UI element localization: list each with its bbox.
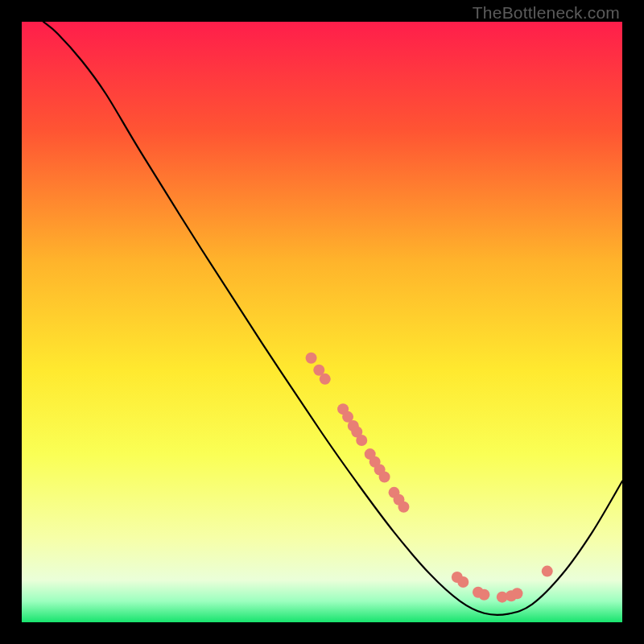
data-marker: [511, 588, 522, 599]
gradient-background: [22, 22, 622, 622]
watermark-text: TheBottleneck.com: [473, 3, 620, 23]
data-marker: [478, 589, 489, 601]
data-marker: [356, 435, 367, 446]
data-marker: [320, 374, 331, 385]
data-marker: [379, 471, 390, 482]
chart-frame: TheBottleneck.com: [0, 0, 644, 644]
data-marker: [398, 502, 409, 513]
chart-plot-area: [22, 22, 622, 622]
data-marker: [457, 576, 469, 588]
data-marker: [306, 353, 317, 364]
data-marker: [542, 566, 553, 577]
chart-svg: [22, 22, 622, 622]
